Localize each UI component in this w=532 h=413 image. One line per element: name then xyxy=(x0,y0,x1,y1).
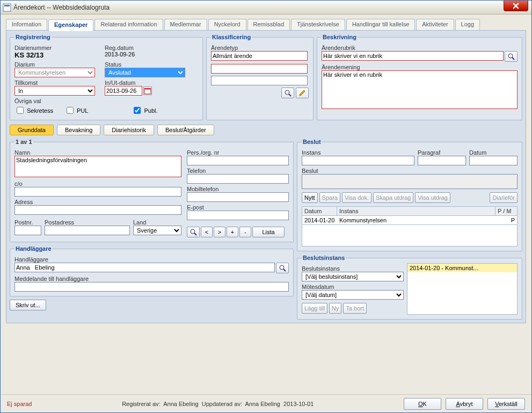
app-icon xyxy=(3,3,11,12)
tab-medlemmar[interactable]: Medlemmar xyxy=(164,19,207,30)
subtab-grunddata[interactable]: Grunddata xyxy=(10,125,54,135)
postnr-input[interactable] xyxy=(14,226,41,235)
tab-handlingar[interactable]: Handlingar till kallelse xyxy=(346,19,415,30)
close-button[interactable] xyxy=(504,1,528,11)
pul-check[interactable]: PUL xyxy=(64,105,88,115)
inut-input[interactable] xyxy=(105,86,142,96)
nav-add-button[interactable]: + xyxy=(227,227,238,237)
adress-input[interactable] xyxy=(14,205,181,215)
nav-search-button[interactable] xyxy=(187,227,200,237)
publ-check[interactable]: Publ. xyxy=(132,105,157,115)
namn-textarea[interactable]: Stadsledningsförvaltningen xyxy=(14,156,181,177)
panel-area: Registrering Diarienummer KS 32/13 Reg.d… xyxy=(6,31,526,323)
paragraf-input[interactable] xyxy=(418,156,466,165)
tel-input[interactable] xyxy=(187,174,289,184)
epost-input[interactable] xyxy=(187,211,289,220)
land-label: Land xyxy=(133,219,181,226)
titlebar: Ärendekort -- Webbsidedialogruta xyxy=(1,1,531,15)
subtab-beslut[interactable]: Beslut/Åtgärder xyxy=(157,125,214,135)
paragraf-label: Paragraf xyxy=(418,149,466,156)
spara-button[interactable]: Spara xyxy=(319,192,340,203)
handlaggare-input[interactable] xyxy=(14,263,275,272)
meddelande-input[interactable] xyxy=(14,282,289,292)
mobil-label: Mobiltelefon xyxy=(187,186,289,192)
arendetyp-input[interactable] xyxy=(211,51,308,61)
skrivut-button[interactable]: Skriv ut... xyxy=(10,300,46,310)
handlaggare-search-button[interactable] xyxy=(276,263,289,273)
nav-remove-button[interactable]: - xyxy=(239,227,251,237)
beskrivning-card: Beskrivning Ärenderubrik Ärendemening Hä… xyxy=(317,34,522,120)
co-input[interactable] xyxy=(14,187,181,197)
diarium-select[interactable]: Kommunstyrelsen xyxy=(14,68,95,77)
handlaggare-card: Handläggare Handläggare Meddelande till … xyxy=(10,245,294,296)
rubrik-search-button[interactable] xyxy=(505,51,518,62)
avbryt-button[interactable]: Avbryt xyxy=(446,398,483,410)
subtab-diariehistorik[interactable]: Diariehistorik xyxy=(104,125,154,135)
mening-textarea[interactable]: Här skriver vi en rubrik xyxy=(322,70,518,109)
ny-button[interactable]: Ny xyxy=(329,303,341,314)
verkstall-button[interactable]: Verkställ xyxy=(487,398,525,410)
beslut-textarea[interactable] xyxy=(302,174,518,189)
tab-remissblad[interactable]: Remissblad xyxy=(247,19,290,30)
tab-egenskaper[interactable]: Egenskaper xyxy=(48,19,93,31)
klass-edit-button[interactable] xyxy=(296,88,309,98)
klass-input-2[interactable] xyxy=(211,64,308,74)
footer-status-text: Registrerat av: Anna Ebeling Uppdaterad … xyxy=(36,401,399,407)
instans-input[interactable] xyxy=(302,156,414,165)
land-select[interactable]: Sverige xyxy=(133,226,181,235)
tab-relaterad[interactable]: Relaterad information xyxy=(94,19,163,30)
handlaggare-label: Handläggare xyxy=(14,256,289,263)
tab-information[interactable]: Information xyxy=(6,19,47,30)
visautdrag-button[interactable]: Visa utdrag xyxy=(415,192,450,203)
beslutsinstans-select[interactable]: [Välj beslutsinstans] xyxy=(302,272,404,281)
beslutsinstans-list[interactable]: 2014-01-20 - Kommunst... xyxy=(407,263,518,315)
postadr-input[interactable] xyxy=(45,226,130,235)
ok-button[interactable]: OK xyxy=(404,398,441,410)
nav-next-button[interactable]: > xyxy=(214,227,225,237)
lista-button[interactable]: Lista xyxy=(252,227,285,237)
sekretess-check[interactable]: Sekretess xyxy=(14,105,53,115)
nav-prev-button[interactable]: < xyxy=(201,227,213,237)
svg-line-5 xyxy=(289,94,291,96)
klass-search-button[interactable] xyxy=(281,88,294,98)
beslut-datum-input[interactable] xyxy=(469,156,518,165)
subtab-bevakning[interactable]: Bevakning xyxy=(57,125,100,135)
beslut-table-empty xyxy=(302,225,518,247)
tab-tjansteskrivelse[interactable]: Tjänsteskrivelse xyxy=(291,19,345,30)
postadr-label: Postadress xyxy=(45,219,130,226)
skapautdrag-button[interactable]: Skapa utdrag xyxy=(373,192,413,203)
tab-nyckelord[interactable]: Nyckelord xyxy=(208,19,246,30)
visadok-button[interactable]: Visa dok. xyxy=(342,192,371,203)
diariefor-button[interactable]: Diarieför xyxy=(490,192,518,203)
tab-logg[interactable]: Logg xyxy=(455,19,480,30)
motesdatum-label: Mötesdatum xyxy=(302,284,404,290)
beslutsinstans-list-item[interactable]: 2014-01-20 - Kommunst... xyxy=(407,264,517,272)
rubrik-input[interactable] xyxy=(322,51,504,61)
tabort-button[interactable]: Ta bort xyxy=(343,303,367,314)
diarienummer-value: KS 32/13 xyxy=(14,51,43,59)
laggtill-button[interactable]: Lägg till xyxy=(302,303,327,314)
co-label: c/o xyxy=(14,180,181,187)
ovriga-label: Övriga val xyxy=(14,98,198,104)
regdatum-label: Reg.datum xyxy=(105,45,191,51)
svg-line-7 xyxy=(512,57,514,60)
mobil-input[interactable] xyxy=(187,192,289,202)
tillkomst-label: Tillkomst xyxy=(14,79,100,86)
diarienummer-label: Diarienummer xyxy=(14,45,100,51)
persorg-input[interactable] xyxy=(187,156,289,165)
svg-point-10 xyxy=(280,265,284,270)
diarium-label: Diarium xyxy=(14,61,100,68)
motesdatum-select[interactable]: [Välj datum] xyxy=(302,290,404,300)
klass-input-3[interactable] xyxy=(211,76,308,85)
status-select[interactable]: Avslutad xyxy=(105,68,185,77)
svg-point-4 xyxy=(285,90,289,95)
nytt-button[interactable]: Nytt xyxy=(302,192,318,203)
grunddata-counter: 1 av 1 xyxy=(14,139,33,145)
epost-label: E-post xyxy=(187,204,289,211)
tillkomst-select[interactable]: In xyxy=(14,86,95,96)
tab-aktiviteter[interactable]: Aktiviteter xyxy=(416,19,454,30)
pencil-icon xyxy=(298,89,306,97)
calendar-icon[interactable] xyxy=(143,86,152,95)
beslut-table-row[interactable]: 2014-01-20 Kommunstyrelsen P xyxy=(302,216,518,225)
close-icon xyxy=(513,3,519,9)
